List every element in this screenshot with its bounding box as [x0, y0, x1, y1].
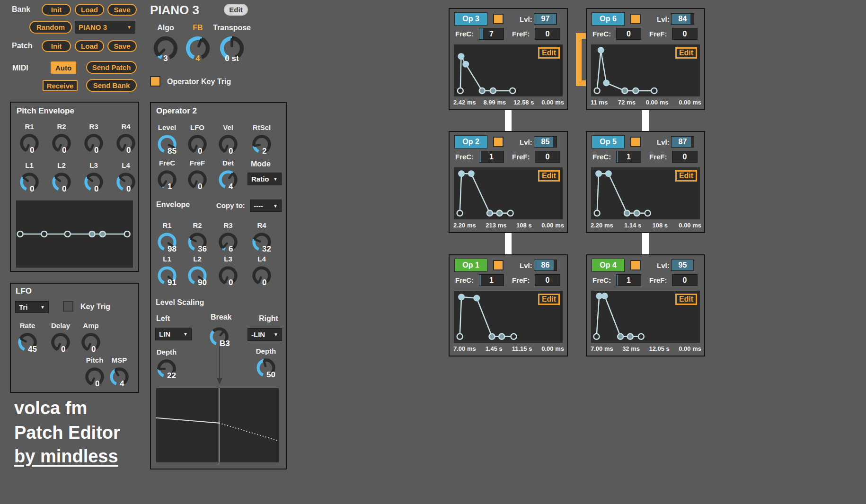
patch-edit-button[interactable]: Edit: [224, 4, 248, 16]
op-5-frec-numbox[interactable]: 1: [616, 151, 641, 163]
op-6-button[interactable]: Op 6: [592, 12, 625, 26]
patch-save-button[interactable]: Save: [107, 40, 137, 52]
op-6-frec-numbox[interactable]: 0: [616, 28, 641, 40]
op-1-level-numbox[interactable]: 86: [534, 260, 557, 271]
pitch-r4-knob[interactable]: R40: [115, 133, 136, 154]
op-1-frec-numbox[interactable]: 1: [479, 274, 504, 286]
patch-load-button[interactable]: Load: [75, 40, 104, 52]
op-4-fref-numbox[interactable]: 0: [672, 274, 698, 286]
pitch-r3-knob[interactable]: R30: [83, 133, 104, 154]
op-3-level-numbox[interactable]: 97: [534, 13, 557, 25]
pitch-envelope-display[interactable]: [16, 200, 133, 268]
pitch-l4-knob[interactable]: L40: [115, 172, 136, 192]
op-4-enable-checkbox[interactable]: [630, 260, 641, 270]
op-3-envelope-display[interactable]: Edit: [454, 44, 563, 96]
bank-init-button[interactable]: Init: [42, 4, 71, 16]
op-4-edit-button[interactable]: Edit: [675, 294, 697, 305]
op2-rtscl-knob[interactable]: RtScl2: [251, 134, 272, 155]
op-2-edit-button[interactable]: Edit: [538, 170, 560, 182]
op-2-fref-numbox[interactable]: 0: [535, 151, 560, 163]
op-2-enable-checkbox[interactable]: [493, 137, 504, 147]
op-5-level-numbox[interactable]: 87: [671, 136, 694, 148]
lfo-pitch-knob[interactable]: Pitch0: [84, 366, 105, 387]
feedback-knob[interactable]: FB4: [185, 35, 211, 61]
op-3-edit-button[interactable]: Edit: [538, 47, 560, 59]
pitch-l2-knob[interactable]: L20: [51, 172, 72, 192]
op2-env-l1-knob[interactable]: L191: [157, 265, 177, 286]
level-scaling-left-curve-dropdown[interactable]: LIN ▼: [155, 328, 192, 340]
op-1-enable-checkbox[interactable]: [493, 260, 504, 270]
op2-fref-knob[interactable]: FreF0: [187, 169, 208, 190]
send-patch-button[interactable]: Send Patch: [86, 61, 137, 74]
op-1-fref-numbox[interactable]: 0: [535, 274, 560, 286]
pitch-r1-knob[interactable]: R10: [19, 133, 40, 154]
op2-det-knob[interactable]: Det4: [218, 169, 239, 190]
op-6-edit-button[interactable]: Edit: [675, 47, 697, 59]
op-6-level-numbox[interactable]: 84: [671, 13, 694, 25]
transpose-knob[interactable]: Transpose0 st: [219, 35, 245, 61]
pitch-r2-knob[interactable]: R20: [51, 133, 72, 154]
bank-load-button[interactable]: Load: [75, 4, 104, 16]
lfo-wave-dropdown[interactable]: Tri ▼: [15, 301, 49, 313]
envelope-time-value: 12.05 s: [649, 345, 669, 352]
op2-env-l3-knob[interactable]: L30: [218, 265, 239, 286]
op-5-envelope-display[interactable]: Edit: [591, 167, 700, 219]
op-3-button[interactable]: Op 3: [454, 12, 487, 26]
op2-env-r3-knob[interactable]: R36: [218, 232, 239, 252]
send-bank-button[interactable]: Send Bank: [86, 79, 137, 92]
op-1-button[interactable]: Op 1: [454, 259, 487, 272]
midi-auto-toggle[interactable]: Auto: [51, 61, 76, 74]
lfo-rate-knob[interactable]: Rate45: [17, 332, 38, 353]
level-scaling-right-curve-dropdown[interactable]: -LIN ▼: [247, 328, 282, 341]
lfo-msp-knob[interactable]: MSP4: [109, 366, 130, 387]
lfo-key-trig-checkbox[interactable]: [63, 301, 73, 312]
depth-right-knob[interactable]: Depth50: [256, 357, 276, 378]
algo-knob[interactable]: Algo3: [152, 35, 179, 61]
op-5-edit-button[interactable]: Edit: [675, 170, 697, 182]
op2-copy-dropdown[interactable]: ---- ▼: [250, 200, 282, 212]
op2-mode-dropdown[interactable]: Ratio ▼: [247, 173, 282, 185]
op-2-button[interactable]: Op 2: [454, 135, 487, 148]
op-4-button[interactable]: Op 4: [592, 259, 625, 272]
op-4-level-numbox[interactable]: 95: [671, 260, 694, 271]
op-4-frec-numbox[interactable]: 1: [616, 274, 641, 286]
op-6-enable-checkbox[interactable]: [630, 14, 641, 24]
op-3-fref-numbox[interactable]: 0: [535, 28, 560, 40]
break-point-knob[interactable]: B3: [209, 326, 230, 347]
patch-init-button[interactable]: Init: [42, 40, 71, 52]
op2-lfo-knob[interactable]: LFO0: [187, 134, 208, 155]
pitch-l3-knob[interactable]: L30: [83, 172, 104, 192]
op2-env-l2-knob[interactable]: L290: [187, 265, 208, 286]
lfo-amp-knob[interactable]: Amp0: [80, 332, 101, 353]
op-1-edit-button[interactable]: Edit: [538, 294, 560, 305]
op2-env-r1-knob[interactable]: R198: [157, 232, 177, 252]
depth-left-knob[interactable]: Depth22: [156, 358, 177, 379]
op2-env-r2-knob[interactable]: R236: [187, 232, 208, 252]
op-1-envelope-display[interactable]: Edit: [454, 291, 563, 343]
op2-env-l4-knob[interactable]: L40: [251, 265, 272, 286]
random-button[interactable]: Random: [29, 21, 72, 34]
op2-level-knob[interactable]: Level85: [157, 134, 177, 155]
op-6-envelope-display[interactable]: Edit: [591, 44, 700, 96]
pitch-l1-knob[interactable]: L10: [19, 172, 40, 192]
op-2-envelope-display[interactable]: Edit: [454, 167, 563, 219]
level-scaling-graph[interactable]: [156, 388, 279, 462]
op2-env-r4-knob[interactable]: R432: [251, 232, 272, 252]
lfo-delay-knob[interactable]: Delay0: [50, 332, 71, 353]
op-4-envelope-display[interactable]: Edit: [591, 291, 700, 343]
midi-receive-toggle[interactable]: Receive: [43, 80, 78, 91]
op-5-fref-numbox[interactable]: 0: [672, 151, 698, 163]
operator-key-trig-checkbox[interactable]: [150, 76, 160, 87]
op-5-enable-checkbox[interactable]: [630, 137, 641, 147]
op-6-fref-numbox[interactable]: 0: [672, 28, 698, 40]
bank-save-button[interactable]: Save: [107, 4, 137, 16]
op-2-frec-numbox[interactable]: 1: [479, 151, 504, 163]
op-3-frec-numbox[interactable]: 7: [479, 28, 504, 40]
op2-vel-knob[interactable]: Vel0: [218, 134, 239, 155]
bank-select-dropdown[interactable]: PIANO 3 ▼: [75, 21, 135, 34]
op-3-enable-checkbox[interactable]: [493, 14, 504, 24]
brand-credit-link[interactable]: by mindless: [14, 446, 118, 467]
op-2-level-numbox[interactable]: 85: [534, 136, 557, 148]
op-5-button[interactable]: Op 5: [592, 135, 625, 148]
op2-frec-knob[interactable]: FreC1: [157, 169, 177, 190]
